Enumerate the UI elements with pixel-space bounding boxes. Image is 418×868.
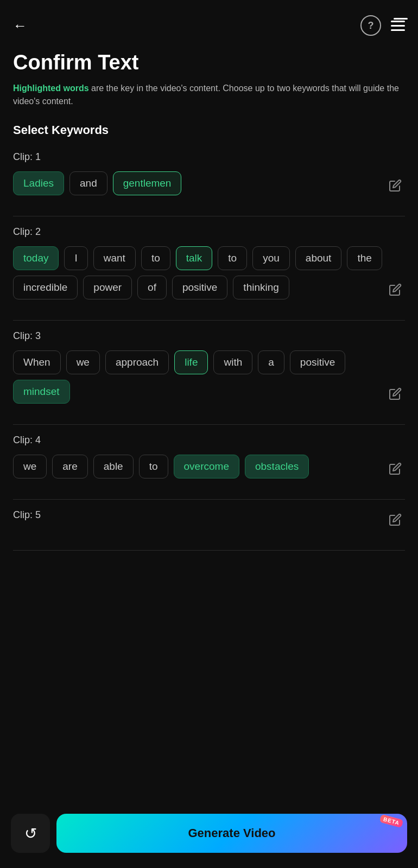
edit-icon-4[interactable] <box>385 459 405 478</box>
word-chip-2-5[interactable]: to <box>218 246 247 270</box>
clip-label-4: Clip: 4 <box>13 435 405 446</box>
word-chip-2-9[interactable]: incredible <box>13 276 78 299</box>
word-chip-4-1[interactable]: are <box>52 455 87 478</box>
beta-badge: BETA <box>379 814 403 828</box>
edit-icon-1[interactable] <box>385 176 405 195</box>
word-chip-4-4[interactable]: overcome <box>174 455 239 478</box>
clip-words-row-1: Ladiesandgentlemen <box>13 171 405 195</box>
back-button[interactable]: ← <box>13 17 27 34</box>
word-chip-2-10[interactable]: power <box>83 276 132 299</box>
generate-label: Generate Video <box>188 826 276 840</box>
menu-button[interactable] <box>391 21 405 31</box>
clip-words-row-4: weareabletoovercomeobstacles <box>13 455 405 478</box>
clip-words-row-3: Whenweapproachlifewithapositivemindset <box>13 350 405 404</box>
clip-words-outer-3: Whenweapproachlifewithapositivemindset <box>13 350 405 420</box>
edit-icon-5[interactable] <box>385 510 405 529</box>
notification-dot <box>394 18 408 20</box>
word-chip-2-0[interactable]: today <box>13 246 59 270</box>
word-chip-4-2[interactable]: able <box>93 455 134 478</box>
clip-words-outer-2: todayIwanttotalktoyouabouttheincrediblep… <box>13 246 405 316</box>
word-chip-2-3[interactable]: to <box>141 246 170 270</box>
word-chip-1-1[interactable]: and <box>69 171 107 195</box>
help-button[interactable]: ? <box>360 15 381 36</box>
clip-label-5: Clip: 5 <box>13 509 405 521</box>
word-chip-3-6[interactable]: positive <box>290 350 345 374</box>
word-chip-3-4[interactable]: with <box>213 350 252 374</box>
word-chip-2-8[interactable]: the <box>347 246 382 270</box>
clip-label-3: Clip: 3 <box>13 330 405 342</box>
word-chip-3-2[interactable]: approach <box>105 350 169 374</box>
clip-section-2: Clip: 2todayIwanttotalktoyouabouttheincr… <box>0 216 418 321</box>
word-chip-4-0[interactable]: we <box>13 455 47 478</box>
word-chip-2-2[interactable]: want <box>93 246 136 270</box>
page-title: Confirm Text <box>13 51 405 74</box>
subtitle-highlight: Highlighted words <box>13 84 89 93</box>
edit-icon-2[interactable] <box>385 280 405 299</box>
word-chip-3-0[interactable]: When <box>13 350 61 374</box>
clips-container: Clip: 1LadiesandgentlemenClip: 2todayIwa… <box>0 142 418 551</box>
clip-section-5: Clip: 5 <box>0 500 418 551</box>
word-chip-2-13[interactable]: thinking <box>233 276 289 299</box>
word-chip-2-12[interactable]: positive <box>172 276 227 299</box>
word-chip-2-11[interactable]: of <box>137 276 167 299</box>
word-chip-3-1[interactable]: we <box>66 350 100 374</box>
help-icon-label: ? <box>368 20 374 31</box>
clip-label-2: Clip: 2 <box>13 226 405 238</box>
menu-line-1 <box>391 21 405 22</box>
word-chip-4-5[interactable]: obstacles <box>245 455 309 478</box>
section-header: Select Keywords <box>0 108 418 142</box>
edit-icon-3[interactable] <box>385 384 405 404</box>
word-chip-2-7[interactable]: about <box>295 246 342 270</box>
subtitle: Highlighted words are the key in the vid… <box>13 82 405 108</box>
menu-line-2 <box>391 25 405 27</box>
reset-button[interactable]: ↺ <box>11 814 50 853</box>
clip-words-outer-4: weareabletoovercomeobstacles <box>13 455 405 495</box>
word-chip-1-2[interactable]: gentlemen <box>113 171 182 195</box>
clip-section-1: Clip: 1Ladiesandgentlemen <box>0 142 418 216</box>
generate-video-button[interactable]: Generate Video BETA <box>56 814 407 853</box>
clip-words-row-2: todayIwanttotalktoyouabouttheincrediblep… <box>13 246 405 299</box>
clip-label-1: Clip: 1 <box>13 151 405 163</box>
reset-icon: ↺ <box>24 825 37 843</box>
title-section: Confirm Text Highlighted words are the k… <box>0 41 418 108</box>
bottom-bar: ↺ Generate Video BETA <box>0 805 418 868</box>
clip-words-outer-1: Ladiesandgentlemen <box>13 171 405 212</box>
word-chip-2-1[interactable]: I <box>64 246 87 270</box>
header: ← ? <box>0 0 418 41</box>
word-chip-2-4[interactable]: talk <box>176 246 213 270</box>
word-chip-3-3[interactable]: life <box>174 350 208 374</box>
clip-words-outer-5 <box>13 529 405 546</box>
clip-section-4: Clip: 4weareabletoovercomeobstacles <box>0 425 418 500</box>
word-chip-2-6[interactable]: you <box>252 246 290 270</box>
clip-section-3: Clip: 3Whenweapproachlifewithapositivemi… <box>0 321 418 425</box>
word-chip-1-0[interactable]: Ladies <box>13 171 64 195</box>
word-chip-4-3[interactable]: to <box>139 455 168 478</box>
word-chip-3-5[interactable]: a <box>258 350 284 374</box>
word-chip-3-7[interactable]: mindset <box>13 380 70 404</box>
menu-line-3 <box>391 29 405 31</box>
